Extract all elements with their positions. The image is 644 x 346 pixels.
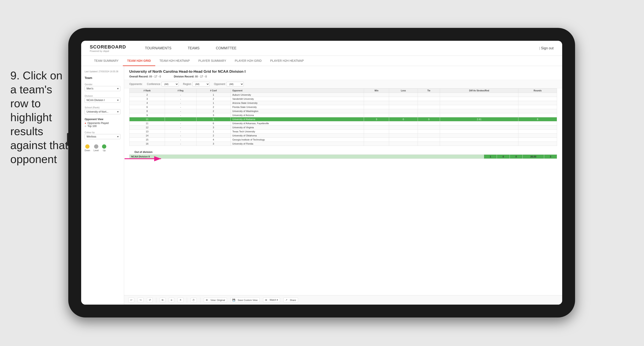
table-cell: Auburn University [230,93,364,97]
table-cell [418,101,440,105]
table-container: # Rank # Reg # Conf Opponent Win Loss Ti… [124,88,562,295]
col-rounds: Rounds [518,89,557,93]
sidebar: Last Updated: 27/03/2024 16:55:38 Team G… [81,66,124,305]
share-button[interactable]: ↗ Share [284,298,298,303]
table-cell: - [165,109,196,113]
col-diff: Diff Av Strokes/Rnd [440,89,518,93]
table-cell: 4 [196,138,230,142]
school-field[interactable]: University of Nort... ▾ [84,109,120,114]
copy-button[interactable]: ⧉ [160,298,165,303]
region-select[interactable]: (All) [192,82,210,86]
table-cell: - [165,142,196,146]
opponent-select[interactable]: (All) [226,82,244,86]
nav-committee[interactable]: COMMITTEE [214,41,238,56]
table-row[interactable]: 16-3University of Florida [130,142,557,146]
table-row[interactable]: 13-1Texas Tech University [130,130,557,134]
table-row[interactable]: 15-4Georgia Institute of Technology [130,138,557,142]
bottom-toolbar: ↩ ↪ ↺ ⧉ ⧈ ✕ ⏱ 👁 View: Original [124,295,562,305]
gender-field[interactable]: Men's ▾ [84,86,120,91]
timer-button[interactable]: ⏱ [190,298,197,303]
tab-player-summary[interactable]: PLAYER SUMMARY [194,56,230,66]
table-cell: University of Oklahoma [230,134,364,138]
table-row[interactable]: 8-2University of Washington [130,109,557,113]
tablet-screen: SCOREBOARD Powered by clippd TOURNAMENTS… [81,41,562,305]
table-cell [364,101,389,105]
table-cell: 15 [130,138,165,142]
table-cell: University of Alabama [230,117,364,121]
table-header-row: # Rank # Reg # Conf Opponent Win Loss Ti… [130,89,557,93]
radio-opponents-played[interactable]: ● Opponents Played [84,122,120,125]
out-of-division-section: Out of division NCAA Division II 1 0 0 2… [129,148,557,159]
tab-team-summary[interactable]: TEAM SUMMARY [90,56,123,66]
paste-button[interactable]: ⧈ [169,298,174,303]
tab-team-h2h-grid[interactable]: TEAM H2H GRID [123,56,155,66]
table-cell [364,93,389,97]
gender-label: Gender [84,83,120,86]
save-custom-view-button[interactable]: 💾 Save Custom View [230,298,260,303]
table-cell: 16 [130,142,165,146]
tab-player-h2h-heatmap[interactable]: PLAYER H2H HEATMAP [266,56,308,66]
tab-player-h2h-grid[interactable]: PLAYER H2H GRID [230,56,266,66]
ncaa-div2-tie: 0 [510,155,523,159]
table-row[interactable]: 12-3University of Virginia [130,125,557,130]
radio-top100[interactable]: ○ Top 100 [84,125,120,128]
nav-teams[interactable]: TEAMS [186,41,201,56]
clear-button[interactable]: ✕ [178,298,184,303]
table-cell [389,93,418,97]
table-cell [418,105,440,109]
revert-button[interactable]: ↺ [147,298,153,303]
sign-out-button[interactable]: | Sign out [539,46,554,50]
table-row[interactable]: 14-2University of Oklahoma [130,134,557,138]
table-cell: 0 [418,117,440,121]
table-cell [364,97,389,101]
watch-button[interactable]: 👁 Watch ▾ [263,298,280,303]
redo-button[interactable]: ↪ [138,298,144,303]
table-row[interactable]: 4-1Arizona State University [130,101,557,105]
colour-by-field[interactable]: Win/loss ▾ [84,134,120,139]
col-reg: # Reg [165,89,196,93]
table-cell [518,101,557,105]
h2h-table: # Rank # Reg # Conf Opponent Win Loss Ti… [129,88,557,146]
table-row[interactable]: 3-2Vanderbilt University [130,97,557,101]
table-cell [418,130,440,134]
table-row[interactable]: 9-3University of Arizona [130,113,557,117]
tab-team-h2h-heatmap[interactable]: TEAM H2H HEATMAP [155,56,194,66]
division-field[interactable]: NCAA Division I ▾ [84,98,120,103]
col-rank: # Rank [130,89,165,93]
nav-tournaments[interactable]: TOURNAMENTS [143,41,173,56]
school-section: School (Rank) University of Nort... ▾ [84,106,120,114]
table-cell [418,97,440,101]
table-cell: 3 [196,142,230,146]
table-row[interactable]: 11-6University of Arkansas, Fayetteville [130,121,557,125]
table-cell [389,101,418,105]
undo-button[interactable]: ↩ [128,298,134,303]
table-cell [440,134,518,138]
table-cell [418,125,440,130]
table-cell [440,109,518,113]
view-original-button[interactable]: 👁 View: Original [204,298,227,303]
ncaa-div2-rounds: 3 [544,155,557,159]
table-cell: 3 [364,117,389,121]
legend-level-dot [94,144,98,149]
conference-select[interactable]: (All) [162,82,179,86]
table-cell: University of Florida [230,142,364,146]
table-cell: 2 [196,97,230,101]
table-cell: - [165,113,196,117]
out-of-division-row[interactable]: NCAA Division II 1 0 0 26.00 3 [130,155,557,159]
out-of-division-label: Out of division [129,148,557,154]
table-cell: 8 [518,117,557,121]
table-row[interactable]: 2-1Auburn University [130,93,557,97]
table-cell: 0 [389,117,418,121]
opponents-filter-label: Opponents: [129,83,142,86]
table-row[interactable]: 11-5University of Alabama3002.618 [130,117,557,121]
table-cell: University of Washington [230,109,364,113]
toolbar-sep2 [187,298,187,303]
table-cell [518,97,557,101]
legend-level: Level [94,144,99,152]
table-cell: - [165,93,196,97]
region-label: Region [183,83,191,86]
table-cell [418,138,440,142]
table-cell: Florida State University [230,105,364,109]
table-row[interactable]: 6-2Florida State University [130,105,557,109]
legend-area: Down Level Up [84,144,120,152]
